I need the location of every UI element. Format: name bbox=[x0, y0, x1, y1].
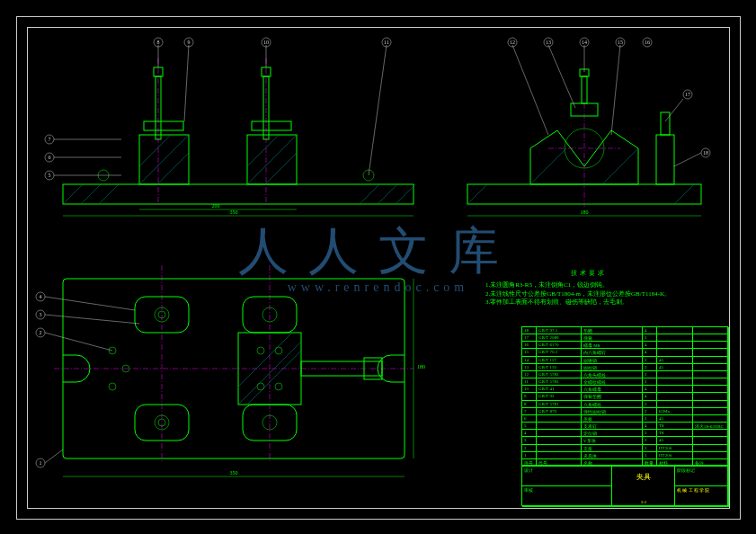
bom-cell bbox=[693, 334, 729, 342]
svg-line-102 bbox=[238, 333, 292, 387]
bom-cell: 1 bbox=[643, 452, 657, 459]
bom-cell: 2 bbox=[643, 364, 657, 371]
svg-point-105 bbox=[109, 383, 116, 390]
bom-cell bbox=[693, 452, 729, 459]
svg-line-55 bbox=[602, 148, 638, 184]
bom-cell: 18 bbox=[522, 327, 537, 334]
bom-cell bbox=[537, 445, 582, 452]
svg-line-14 bbox=[157, 153, 189, 184]
svg-line-20 bbox=[247, 135, 297, 184]
svg-line-54 bbox=[530, 148, 566, 184]
bom-cell bbox=[537, 452, 582, 459]
bom-cell: 1 bbox=[522, 452, 537, 459]
bom-cell bbox=[693, 357, 729, 364]
bom-cell: 4 bbox=[643, 423, 657, 430]
svg-line-2 bbox=[81, 184, 101, 204]
svg-text:16: 16 bbox=[645, 40, 650, 45]
bom-cell: 压板 bbox=[582, 415, 643, 423]
svg-text:7: 7 bbox=[49, 137, 51, 142]
bom-cell: 2 bbox=[643, 378, 657, 386]
bom-cell: GB/T 879 bbox=[537, 408, 582, 415]
bom-cell: 六角螺栓 bbox=[582, 401, 643, 408]
svg-line-109 bbox=[45, 297, 135, 310]
bom-cell bbox=[693, 342, 729, 349]
svg-text:5: 5 bbox=[49, 173, 51, 178]
bom-cell: GB/T 97.1 bbox=[537, 327, 582, 334]
bom-cell bbox=[657, 393, 693, 400]
bom-cell: 垫圈 bbox=[582, 327, 643, 334]
bom-cell: 16 bbox=[522, 342, 537, 349]
bom-cell: 9 bbox=[522, 393, 537, 400]
bom-cell: 全螺纹螺栓 bbox=[582, 378, 643, 386]
bom-cell bbox=[693, 327, 729, 334]
bom-cell: 3 bbox=[522, 437, 537, 444]
bom-cell bbox=[693, 415, 729, 423]
tb-company: 机 械 工 程 学 院 bbox=[675, 486, 729, 507]
svg-text:17: 17 bbox=[685, 92, 690, 97]
bom-cell bbox=[657, 401, 693, 408]
bom-cell: 弹簧 bbox=[582, 334, 643, 342]
svg-text:3: 3 bbox=[40, 312, 42, 317]
bom-cell: HT200 bbox=[657, 452, 693, 459]
svg-rect-59 bbox=[656, 135, 674, 184]
bom-cell: 2 bbox=[643, 401, 657, 408]
svg-text:14: 14 bbox=[582, 40, 587, 45]
bom-cell: 2 bbox=[643, 445, 657, 452]
front-elevation-view: 350 200 8 9 10 11 7 6 5 bbox=[54, 49, 422, 225]
svg-text:18: 18 bbox=[703, 150, 708, 156]
bom-cell: 弹性圆柱销 bbox=[582, 408, 643, 415]
bom-cell: 4 bbox=[643, 393, 657, 400]
bom-cell bbox=[693, 437, 729, 444]
side-elevation-view: 12 13 14 15 16 17 18 180 bbox=[458, 49, 719, 225]
dim-plan-overall: 350 bbox=[230, 470, 238, 476]
bom-cell: 2 bbox=[643, 334, 657, 342]
svg-text:11: 11 bbox=[384, 40, 389, 45]
bom-cell: GB/T 119 bbox=[537, 364, 582, 371]
bom-cell: GB/T 93 bbox=[537, 393, 582, 400]
drawing-name: 夹具 bbox=[612, 472, 675, 482]
bom-cell: GB/T 2089 bbox=[537, 334, 582, 342]
svg-line-103 bbox=[247, 351, 301, 405]
svg-text:9: 9 bbox=[188, 40, 191, 45]
bom-cell: 圆柱销 bbox=[582, 364, 643, 371]
bom-cell: 45 bbox=[657, 364, 693, 371]
svg-rect-57 bbox=[582, 76, 587, 103]
svg-line-50 bbox=[674, 184, 694, 204]
bom-cell: GB/T 5781 bbox=[537, 401, 582, 408]
svg-line-64 bbox=[611, 45, 620, 135]
bom-cell: 2 bbox=[643, 437, 657, 444]
bom-cell: 支承钉 bbox=[582, 423, 643, 430]
bom-cell: 12 bbox=[522, 371, 537, 378]
svg-rect-18 bbox=[252, 121, 291, 130]
bom-cell: 14 bbox=[522, 357, 537, 364]
svg-point-100 bbox=[275, 383, 282, 390]
dim-front-span1: 200 bbox=[212, 203, 220, 209]
svg-line-22 bbox=[265, 153, 297, 184]
bom-cell: 2 bbox=[643, 371, 657, 378]
svg-text:1: 1 bbox=[40, 460, 42, 466]
svg-line-112 bbox=[45, 449, 63, 463]
svg-line-4 bbox=[360, 184, 379, 204]
bom-cell: 淬火58-62HRC bbox=[693, 423, 729, 430]
svg-rect-10 bbox=[144, 121, 183, 130]
tb-check-lbl: 审核 bbox=[522, 486, 612, 507]
bom-cell bbox=[537, 415, 582, 423]
svg-line-5 bbox=[378, 184, 397, 204]
bom-cell: 7 bbox=[522, 408, 537, 415]
bom-cell: 内六角螺钉 bbox=[582, 349, 643, 356]
svg-line-49 bbox=[467, 184, 487, 204]
bom-cell: 2 bbox=[643, 415, 657, 423]
bom-cell: V形块 bbox=[582, 437, 643, 444]
technical-notes: 技术要求 1.未注圆角R3-R5，未注倒角C1，锐边倒钝。 2.未注线性尺寸公差… bbox=[485, 270, 692, 307]
bom-cell: 2 bbox=[643, 357, 657, 364]
bom-cell: T8 bbox=[657, 430, 693, 437]
notes-line-1: 1.未注圆角R3-R5，未注倒角C1，锐边倒钝。 bbox=[485, 281, 692, 290]
svg-text:4: 4 bbox=[40, 294, 42, 299]
bom-cell: GB/T 70.1 bbox=[537, 349, 582, 356]
dim-side-width: 180 bbox=[581, 209, 589, 215]
bom-cell: 4 bbox=[522, 430, 537, 437]
bom-cell: 10 bbox=[522, 386, 537, 393]
bom-cell: 15 bbox=[522, 349, 537, 356]
bom-cell bbox=[657, 327, 693, 334]
svg-line-30 bbox=[369, 45, 387, 175]
